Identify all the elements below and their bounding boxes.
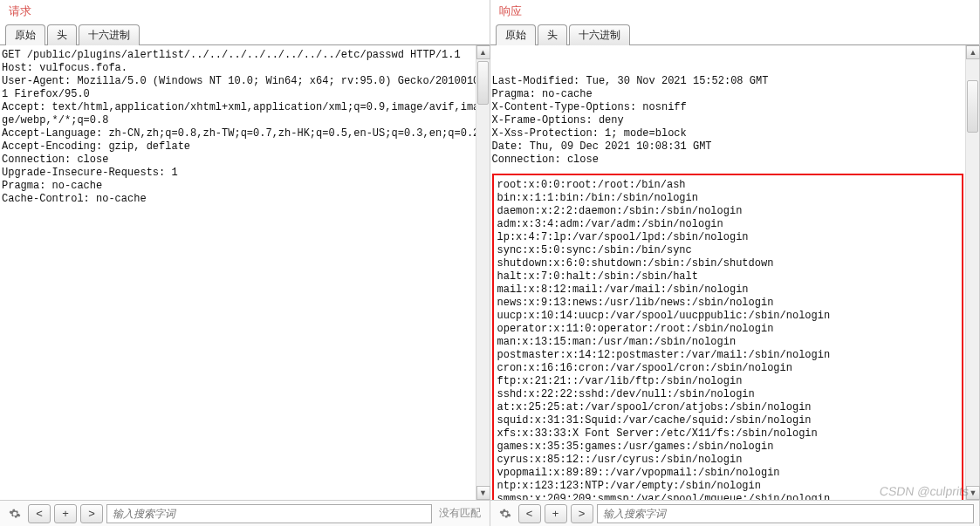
scroll-thumb[interactable]	[477, 61, 489, 105]
gear-icon[interactable]	[5, 504, 24, 523]
request-pane: 请求 原始 头 十六进制 GET /public/plugins/alertli…	[0, 0, 490, 526]
search-input[interactable]	[597, 504, 975, 523]
response-tabs: 原始 头 十六进制	[490, 21, 980, 45]
response-body-text: root:x:0:0:root:/root:/bin/ash bin:x:1:1…	[492, 174, 964, 500]
search-prev-button[interactable]: <	[28, 504, 51, 523]
search-next-button[interactable]: >	[571, 504, 593, 523]
request-bottombar: < + > 没有匹配	[0, 500, 490, 526]
tab-headers[interactable]: 头	[538, 24, 567, 45]
request-scrollbar[interactable]: ▲ ▼	[476, 45, 490, 500]
tab-hex[interactable]: 十六进制	[79, 24, 140, 45]
search-plus-button[interactable]: +	[545, 504, 567, 523]
scroll-up-icon[interactable]: ▲	[966, 45, 980, 59]
tab-raw[interactable]: 原始	[5, 24, 45, 45]
search-next-button[interactable]: >	[80, 504, 103, 523]
response-raw-content[interactable]: Last-Modified: Tue, 30 Nov 2021 15:52:08…	[490, 45, 980, 500]
response-scrollbar[interactable]: ▲ ▼	[965, 45, 979, 500]
scroll-thumb[interactable]	[967, 80, 978, 133]
response-pane: 响应 原始 头 十六进制 Last-Modified: Tue, 30 Nov …	[490, 0, 981, 526]
search-plus-button[interactable]: +	[54, 504, 77, 523]
scroll-down-icon[interactable]: ▼	[476, 486, 490, 500]
search-prev-button[interactable]: <	[518, 504, 541, 523]
search-input[interactable]	[106, 504, 432, 523]
response-headers-text: Last-Modified: Tue, 30 Nov 2021 15:52:08…	[490, 72, 980, 174]
request-tabs: 原始 头 十六进制	[0, 21, 490, 45]
gear-icon[interactable]	[496, 504, 515, 523]
response-bottombar: < + >	[490, 500, 980, 526]
request-raw-content[interactable]: GET /public/plugins/alertlist/../../../.…	[0, 45, 490, 500]
scroll-down-icon[interactable]: ▼	[966, 486, 980, 500]
tab-headers[interactable]: 头	[47, 24, 77, 45]
response-title: 响应	[490, 0, 980, 21]
tab-hex[interactable]: 十六进制	[569, 24, 630, 45]
scroll-up-icon[interactable]: ▲	[476, 45, 490, 59]
no-match-label: 没有匹配	[435, 506, 484, 521]
tab-raw[interactable]: 原始	[496, 24, 536, 45]
request-title: 请求	[0, 0, 490, 21]
